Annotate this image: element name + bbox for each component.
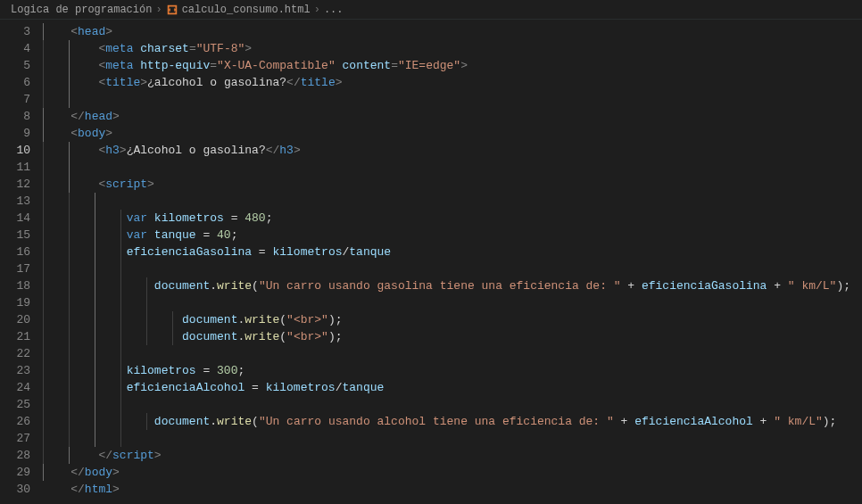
indent-guide [69, 277, 70, 294]
code-token: title [301, 76, 336, 89]
code-token: ( [279, 330, 286, 343]
code-token: > [294, 144, 301, 157]
code-token: "UTF-8" [196, 42, 245, 55]
code-token: eficienciaAlcohol [127, 381, 245, 394]
code-token: > [112, 110, 120, 123]
indent-guide [69, 447, 70, 464]
code-line[interactable]: <script> [43, 176, 862, 193]
code-line[interactable] [43, 193, 862, 210]
code-line[interactable]: document.write("<br>"); [43, 311, 862, 328]
line-number: 24 [0, 379, 30, 396]
indent-guide [43, 108, 44, 125]
code-line[interactable] [43, 159, 862, 176]
code-line[interactable] [43, 91, 862, 108]
code-token: = [196, 228, 217, 242]
code-token: 40 [217, 228, 231, 242]
code-token [43, 330, 182, 343]
code-token: "X-UA-Compatible" [217, 59, 336, 72]
indent-guide [95, 345, 95, 362]
code-editor[interactable]: 3456789101112131415161718192021222324252… [0, 20, 862, 504]
code-token: var [127, 228, 147, 242]
line-number: 13 [0, 193, 30, 210]
chevron-right-icon: › [314, 4, 320, 16]
code-line[interactable]: </head> [43, 108, 862, 125]
code-token: ); [328, 313, 343, 326]
line-number: 15 [0, 227, 30, 244]
breadcrumb-folder[interactable]: Logica de programación [11, 4, 152, 16]
code-line[interactable]: </body> [43, 464, 862, 481]
indent-guide [69, 227, 70, 244]
code-token: = [224, 211, 245, 225]
breadcrumb[interactable]: Logica de programación › calculo_consumo… [0, 0, 862, 20]
code-line[interactable]: </script> [43, 447, 862, 464]
code-token [43, 110, 70, 123]
code-token: + [614, 415, 634, 428]
code-line[interactable]: document.write("<br>"); [43, 328, 862, 345]
indent-guide [120, 345, 121, 362]
code-line[interactable]: document.write("Un carro usando alcohol … [43, 413, 862, 430]
indent-guide [69, 74, 70, 91]
line-number: 30 [0, 481, 30, 498]
code-token [43, 127, 70, 140]
indent-guide [95, 430, 95, 447]
code-line[interactable]: <h3>¿Alcohol o gasolina?</h3> [43, 142, 862, 159]
code-token: + [621, 279, 642, 293]
indent-guide [69, 379, 70, 396]
indent-guide [69, 142, 70, 159]
indent-guide [120, 379, 121, 396]
code-line[interactable]: <body> [43, 125, 862, 142]
code-line[interactable] [43, 396, 862, 413]
indent-guide [69, 413, 70, 430]
indent-guide [95, 396, 95, 413]
line-number: 17 [0, 260, 30, 277]
indent-guide [43, 260, 44, 277]
code-token [43, 25, 70, 38]
indent-guide [69, 294, 70, 311]
line-number: 8 [0, 108, 30, 125]
code-line[interactable]: <title>¿alcohol o gasolina?</title> [43, 74, 862, 91]
code-line[interactable]: eficienciaGasolina = kilometros/tanque [43, 244, 862, 260]
code-token: </ [286, 76, 301, 89]
code-token: > [336, 76, 343, 89]
code-token: eficienciaAlcohol [634, 415, 753, 428]
indent-guide [146, 277, 147, 294]
code-token: = [189, 42, 196, 55]
code-line[interactable]: var tanque = 40; [43, 227, 862, 244]
indent-guide [69, 176, 70, 193]
breadcrumb-file[interactable]: calculo_consumo.html [182, 4, 311, 16]
code-token: = [210, 59, 217, 72]
code-line[interactable]: </html> [43, 481, 862, 498]
code-token [43, 228, 127, 242]
code-line[interactable]: kilometros = 300; [43, 362, 862, 379]
indent-guide [43, 74, 44, 91]
code-area[interactable]: <head> <meta charset="UTF-8"> <meta http… [43, 20, 862, 504]
code-line[interactable]: <meta charset="UTF-8"> [43, 40, 862, 57]
code-token: > [105, 127, 112, 140]
code-line[interactable] [43, 260, 862, 277]
code-line[interactable] [43, 430, 862, 447]
indent-guide [69, 91, 70, 108]
indent-guide [43, 294, 44, 311]
code-token: http-equiv [140, 59, 210, 72]
code-token [43, 144, 98, 157]
code-token [43, 415, 154, 428]
indent-guide [95, 210, 95, 227]
indent-guide [43, 379, 44, 396]
code-line[interactable]: <meta http-equiv="X-UA-Compatible" conte… [43, 57, 862, 74]
indent-guide [43, 396, 44, 413]
code-token: </ [266, 144, 280, 157]
code-token: body [85, 466, 112, 479]
code-token: ¿Alcohol o gasolina? [127, 144, 266, 157]
code-line[interactable] [43, 294, 862, 311]
code-line[interactable]: <head> [43, 23, 862, 40]
line-number: 6 [0, 74, 30, 91]
indent-guide [43, 193, 44, 210]
code-token: </ [70, 466, 85, 479]
code-line[interactable]: document.write("Un carro usando gasolina… [43, 277, 862, 294]
code-token: write [245, 313, 279, 326]
breadcrumb-tail[interactable]: ... [324, 4, 344, 16]
indent-guide [69, 159, 70, 176]
code-line[interactable]: eficienciaAlcohol = kilometros/tanque [43, 379, 862, 396]
code-line[interactable]: var kilometros = 480; [43, 210, 862, 227]
code-line[interactable] [43, 345, 862, 362]
